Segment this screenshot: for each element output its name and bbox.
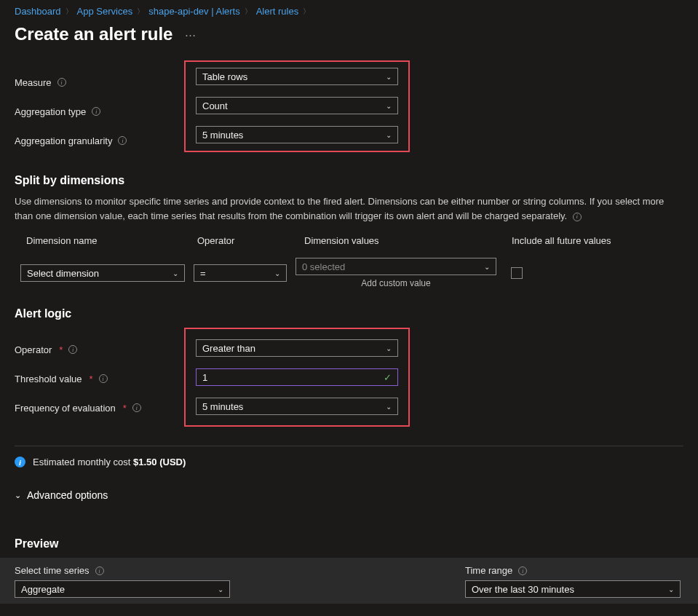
breadcrumb-resource-alerts[interactable]: shape-api-dev | Alerts (148, 6, 240, 17)
chevron-down-icon: ⌄ (386, 73, 392, 81)
chevron-down-icon: ⌄ (386, 131, 392, 139)
time-range-label: Time range (465, 565, 683, 576)
measure-highlight: Table rows⌄ Count⌄ 5 minutes⌄ (184, 60, 410, 152)
chevron-right-icon: 〉 (303, 7, 310, 17)
advanced-options-toggle[interactable]: ⌄ Advanced options (15, 489, 683, 501)
column-dimension-values: Dimension values (304, 235, 512, 246)
dimension-name-dropdown[interactable]: Select dimension⌄ (20, 264, 185, 282)
breadcrumb-app-services[interactable]: App Services (77, 6, 133, 17)
time-series-label: Select time series (15, 565, 436, 576)
preview-panel: Select time series Aggregate⌄ Time range… (0, 558, 698, 604)
info-icon[interactable] (92, 107, 100, 116)
operator-dropdown[interactable]: Greater than⌄ (196, 339, 398, 357)
chevron-down-icon: ⌄ (172, 269, 178, 277)
chevron-down-icon: ⌄ (218, 585, 223, 593)
alert-logic-highlight: Greater than⌄ 1✓ 5 minutes⌄ (184, 328, 410, 427)
chevron-down-icon: ⌄ (484, 263, 490, 271)
add-custom-value-link[interactable]: Add custom value (296, 278, 496, 288)
measure-label: Measure (15, 74, 127, 91)
aggregation-granularity-dropdown[interactable]: 5 minutes⌄ (196, 126, 398, 143)
check-icon: ✓ (384, 372, 392, 383)
info-icon (15, 457, 25, 467)
chevron-right-icon: 〉 (66, 7, 73, 17)
split-dimensions-heading: Split by dimensions (15, 174, 683, 187)
breadcrumb-alert-rules[interactable]: Alert rules (256, 6, 299, 17)
info-icon[interactable] (99, 374, 108, 383)
info-icon[interactable] (518, 566, 527, 575)
info-icon[interactable] (57, 78, 66, 87)
preview-heading: Preview (15, 537, 683, 550)
aggregation-granularity-label: Aggregation granularity (15, 132, 127, 149)
frequency-dropdown[interactable]: 5 minutes⌄ (196, 398, 398, 415)
alert-logic-heading: Alert logic (15, 307, 683, 320)
time-series-dropdown[interactable]: Aggregate⌄ (15, 580, 230, 598)
chevron-right-icon: 〉 (245, 7, 252, 17)
estimated-cost: Estimated monthly cost $1.50 (USD) (15, 457, 683, 467)
threshold-label: Threshold value* (15, 370, 141, 387)
info-icon[interactable] (573, 213, 582, 221)
dimension-row: Select dimension⌄ =⌄ 0 selected⌄ Add cus… (15, 258, 683, 288)
page-title: Create an alert rule (15, 24, 172, 44)
chevron-down-icon: ⌄ (386, 403, 392, 411)
frequency-label: Frequency of evaluation* (15, 399, 141, 416)
dimension-operator-dropdown[interactable]: =⌄ (194, 264, 287, 282)
dimension-values-dropdown[interactable]: 0 selected⌄ (296, 258, 496, 275)
chevron-down-icon: ⌄ (274, 269, 280, 277)
divider (15, 446, 683, 446)
breadcrumb-dashboard[interactable]: Dashboard (15, 6, 61, 17)
dimension-column-headers: Dimension name Operator Dimension values… (15, 235, 683, 246)
threshold-input[interactable]: 1✓ (196, 368, 398, 386)
chevron-down-icon: ⌄ (15, 491, 21, 500)
breadcrumb: Dashboard 〉 App Services 〉 shape-api-dev… (15, 6, 683, 17)
operator-label: Operator* (15, 341, 141, 358)
column-include-future: Include all future values (512, 235, 683, 246)
split-dimensions-description: Use dimensions to monitor specific time … (15, 194, 683, 224)
measure-dropdown[interactable]: Table rows⌄ (196, 68, 398, 85)
include-future-checkbox[interactable] (511, 267, 523, 279)
chevron-down-icon: ⌄ (386, 102, 392, 110)
info-icon[interactable] (132, 403, 141, 412)
column-dimension-name: Dimension name (26, 235, 197, 246)
more-options-icon[interactable]: … (184, 26, 197, 42)
info-icon[interactable] (68, 345, 77, 354)
aggregation-type-label: Aggregation type (15, 103, 127, 120)
time-range-dropdown[interactable]: Over the last 30 minutes⌄ (465, 580, 681, 598)
aggregation-type-dropdown[interactable]: Count⌄ (196, 97, 398, 114)
column-operator: Operator (197, 235, 304, 246)
cost-value: $1.50 (USD) (133, 457, 186, 467)
chevron-right-icon: 〉 (137, 7, 144, 17)
chevron-down-icon: ⌄ (668, 585, 674, 593)
chevron-down-icon: ⌄ (386, 344, 392, 352)
info-icon[interactable] (118, 136, 127, 145)
info-icon[interactable] (95, 566, 104, 575)
